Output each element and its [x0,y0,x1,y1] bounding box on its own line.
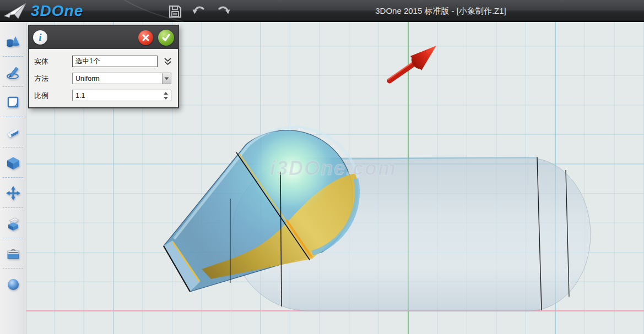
undo-icon [192,4,207,19]
sketch-plane-icon [6,95,21,110]
method-dropdown[interactable]: Uniform [72,73,171,84]
sphere-icon [6,276,21,292]
scale-dialog: i 实体 选中1个 [28,25,179,108]
entity-row: 实体 选中1个 [34,56,173,67]
double-chevron-down-icon [164,57,172,66]
save-icon [168,4,182,19]
toolbox-icon [6,246,21,261]
sidebar-item-eraser[interactable] [0,117,26,147]
sidebar-item-sketch[interactable] [0,57,26,87]
paper-plane-icon [3,2,28,20]
expand-options-button[interactable] [163,56,172,67]
method-row: 方法 Uniform [34,73,173,84]
chevron-down-icon [164,77,169,80]
scale-value: 1.1 [75,92,85,100]
dropdown-arrow-button[interactable] [162,73,171,84]
brand-name: 3DOne [31,2,83,20]
spinner-down-button[interactable] [163,96,169,100]
spinner-up-button[interactable] [163,91,169,95]
scale-label: 比例 [34,91,72,101]
check-icon [161,33,171,42]
triangle-up-icon [164,92,168,95]
window-title: 3DOne 2015 标准版 - [小象制作.Z1] [325,0,556,22]
sketch-pencil-icon [6,64,21,80]
eraser-icon [6,125,21,140]
redo-button[interactable] [216,4,231,19]
sidebar-item-solid-feature[interactable] [0,147,26,178]
quick-toolbar [167,4,231,19]
watermark: i3DOne.com [270,157,397,179]
confirm-button[interactable] [158,30,174,46]
close-icon [142,34,150,42]
cube-sheets-icon [6,216,21,231]
sidebar-item-primitives[interactable] [0,26,26,57]
dialog-header: i [29,26,178,49]
sidebar-item-special-feature[interactable] [0,208,26,238]
entity-input[interactable]: 选中1个 [72,56,158,67]
3d-viewport[interactable]: i3DOne.com i 实体 [26,22,644,334]
dialog-body: 实体 选中1个 方法 Uniform [29,49,178,107]
primitives-icon [6,34,21,50]
undo-button[interactable] [192,4,207,19]
sidebar-item-toolbox[interactable] [0,238,26,269]
app-logo: 3DOne [3,1,83,21]
save-button[interactable] [167,4,182,19]
scale-input[interactable]: 1.1 [72,90,171,101]
sidebar-item-edit-sketch[interactable] [0,87,26,117]
title-bar: 3DOne 3DOne 2015 标准版 - [小象制作.Z1] [0,0,644,22]
sidebar-item-render[interactable] [0,269,26,299]
move-arrows-icon [6,185,21,201]
cube-icon [6,155,21,171]
info-button[interactable]: i [33,30,47,45]
triangle-down-icon [164,97,168,100]
redo-icon [216,4,231,19]
tool-sidebar [0,22,26,334]
scale-direction-arrow[interactable] [388,46,436,81]
method-value: Uniform [75,75,100,83]
cancel-button[interactable] [138,30,153,45]
sidebar-item-move[interactable] [0,178,26,208]
entity-label: 实体 [34,57,72,67]
entity-value: 选中1个 [75,57,100,66]
spinner-controls [162,90,170,101]
scale-row: 比例 1.1 [34,90,173,101]
method-label: 方法 [34,74,72,84]
